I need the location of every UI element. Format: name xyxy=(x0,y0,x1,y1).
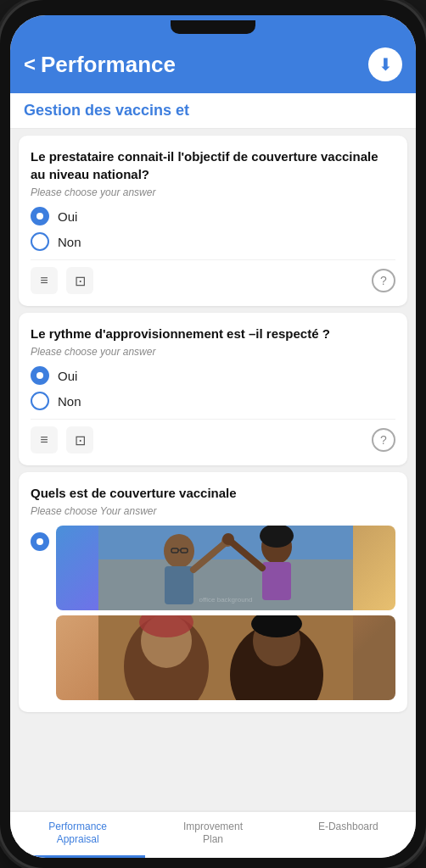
phone-frame: < Performance ⬇ Gestion des vaccins et L… xyxy=(0,0,426,868)
download-button[interactable]: ⬇ xyxy=(368,47,402,81)
question-3-images: office background xyxy=(56,526,395,700)
question-2-option-oui[interactable]: Oui xyxy=(31,366,395,385)
nav-edashboard[interactable]: E-Dashboard xyxy=(281,812,416,858)
section-title-bar: Gestion des vaccins et xyxy=(10,93,416,129)
option-oui-1-label: Oui xyxy=(58,209,77,224)
question-3-hint: Please choose Your answer xyxy=(31,505,395,517)
back-arrow-icon[interactable]: < xyxy=(24,53,36,76)
header-title-text: Performance xyxy=(41,52,176,78)
question-2-text: Le rythme d'approvisionnement est –il re… xyxy=(31,325,395,342)
radio-oui-1[interactable] xyxy=(31,207,49,225)
phone-screen: < Performance ⬇ Gestion des vaccins et L… xyxy=(10,15,416,858)
status-bar xyxy=(10,15,416,39)
question-3-image-row: office background xyxy=(31,526,395,700)
nav-improvement-plan[interactable]: Improvement Plan xyxy=(145,812,280,858)
radio-oui-2[interactable] xyxy=(31,366,49,385)
question-1-hint: Please choose your answer xyxy=(31,186,395,198)
nav-performance-label: Performance Appraisal xyxy=(15,821,140,847)
radio-non-1[interactable] xyxy=(31,232,49,251)
image-icon-1[interactable]: ⊡ xyxy=(66,267,93,294)
comment-icon-2[interactable]: ≡ xyxy=(31,426,58,453)
svg-text:office background: office background xyxy=(199,596,252,604)
question-1-option-non[interactable]: Non xyxy=(31,232,395,251)
option-non-1-label: Non xyxy=(58,235,81,249)
comment-icon-1[interactable]: ≡ xyxy=(31,267,58,294)
nav-edashboard-label: E-Dashboard xyxy=(286,821,411,834)
nav-improvement-label: Improvement Plan xyxy=(150,821,275,847)
question-1-text: Le prestataire connait-il l'objectif de … xyxy=(31,147,395,183)
question-3-text: Quels est de couverture vaccinale xyxy=(31,484,395,502)
help-icon-1[interactable]: ? xyxy=(372,269,395,292)
image-icon-2[interactable]: ⊡ xyxy=(66,426,93,453)
radio-q3[interactable] xyxy=(31,532,49,551)
question-card-1: Le prestataire connait-il l'objectif de … xyxy=(19,136,407,306)
question-1-footer: ≡ ⊡ ? xyxy=(31,259,395,294)
section-title-text: Gestion des vaccins et xyxy=(24,102,189,119)
radio-non-2[interactable] xyxy=(31,392,49,410)
footer-icons-1: ≡ ⊡ xyxy=(31,267,93,294)
content-area[interactable]: Le prestataire connait-il l'objectif de … xyxy=(10,129,416,810)
bottom-navigation: Performance Appraisal Improvement Plan E… xyxy=(10,810,416,858)
option-oui-2-label: Oui xyxy=(58,369,77,383)
question-3-image-1[interactable]: office background xyxy=(56,526,395,610)
svg-rect-23 xyxy=(98,615,353,700)
question-card-2: Le rythme d'approvisionnement est –il re… xyxy=(19,313,407,465)
question-2-hint: Please choose your answer xyxy=(31,346,395,358)
question-2-footer: ≡ ⊡ ? xyxy=(31,419,395,453)
option-non-2-label: Non xyxy=(58,394,81,409)
header-title-group: < Performance xyxy=(24,52,176,78)
question-3-image-2[interactable] xyxy=(56,615,395,700)
app-header: < Performance ⬇ xyxy=(10,39,416,93)
nav-performance-appraisal[interactable]: Performance Appraisal xyxy=(10,812,145,858)
help-icon-2[interactable]: ? xyxy=(372,428,395,452)
question-3-radio-left xyxy=(31,526,49,700)
question-2-option-non[interactable]: Non xyxy=(31,392,395,410)
footer-icons-2: ≡ ⊡ xyxy=(31,426,93,453)
question-1-option-oui[interactable]: Oui xyxy=(31,207,395,225)
notch xyxy=(171,20,255,34)
question-card-3: Quels est de couverture vaccinale Please… xyxy=(19,472,407,712)
